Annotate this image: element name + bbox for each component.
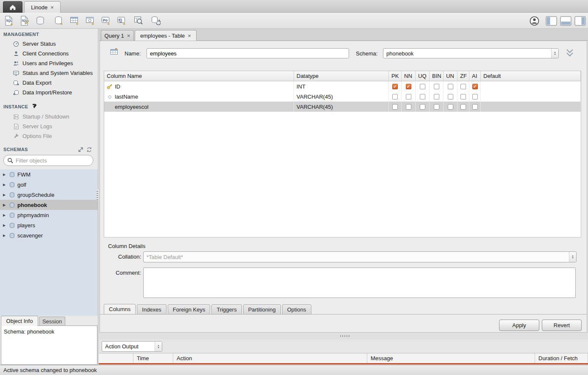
expander-icon[interactable]: ▶ bbox=[3, 173, 7, 176]
expander-icon[interactable]: ▶ bbox=[3, 213, 7, 217]
column-default[interactable] bbox=[481, 91, 581, 102]
column-datatype[interactable]: VARCHAR(45) bbox=[294, 102, 389, 112]
new-sql-script-icon[interactable]: SQL bbox=[18, 14, 31, 27]
header-un[interactable]: UN bbox=[444, 71, 458, 81]
schema-item-phonebook[interactable]: ▶ phonebook bbox=[0, 200, 98, 210]
collation-select[interactable]: *Table Default* ▴▾ bbox=[143, 251, 577, 262]
tab-foreign-keys[interactable]: Foreign Keys bbox=[168, 304, 211, 314]
checkbox-ai[interactable] bbox=[472, 94, 478, 99]
output-header-duration[interactable]: Duration / Fetch bbox=[535, 353, 588, 363]
stepper-icon[interactable]: ▴▾ bbox=[155, 342, 162, 351]
checkbox-nn[interactable] bbox=[406, 104, 411, 110]
schema-filter-input[interactable]: Filter objects bbox=[3, 155, 93, 166]
tab-close-icon[interactable]: × bbox=[127, 33, 130, 39]
schema-select[interactable]: phonebook ▴▾ bbox=[383, 48, 559, 58]
header-zf[interactable]: ZF bbox=[458, 71, 469, 81]
checkbox-bin[interactable] bbox=[434, 94, 439, 99]
sidebar-item-status-system-variables[interactable]: Status and System Variables bbox=[0, 68, 98, 78]
checkbox-uq[interactable] bbox=[420, 94, 425, 99]
connection-tab[interactable]: Linode × bbox=[24, 1, 61, 13]
apply-button[interactable]: Apply bbox=[499, 320, 539, 331]
expander-icon[interactable]: ▶ bbox=[3, 234, 7, 237]
revert-button[interactable]: Revert bbox=[542, 320, 582, 331]
create-view-icon[interactable]: + bbox=[84, 14, 97, 27]
home-tab[interactable] bbox=[3, 1, 22, 13]
sidebar-splitter[interactable] bbox=[97, 190, 98, 201]
output-view-select[interactable]: Action Output ▴▾ bbox=[102, 341, 162, 352]
header-nn[interactable]: NN bbox=[402, 71, 416, 81]
column-default[interactable] bbox=[481, 81, 581, 91]
tab-indexes[interactable]: Indexes bbox=[137, 304, 166, 314]
connection-status-icon[interactable] bbox=[528, 14, 541, 27]
header-default[interactable]: Default bbox=[481, 71, 581, 81]
table-name-input[interactable] bbox=[147, 48, 349, 58]
sidebar-item-startup-shutdown[interactable]: Startup / Shutdown bbox=[0, 112, 98, 121]
sidebar-item-client-connections[interactable]: Client Connections bbox=[0, 49, 98, 58]
checkbox-un[interactable] bbox=[448, 104, 453, 110]
expander-icon[interactable]: ▶ bbox=[3, 193, 7, 197]
column-row-employeescol[interactable]: employeescol VARCHAR(45) bbox=[104, 102, 581, 112]
header-column-name[interactable]: Column Name bbox=[104, 71, 294, 81]
expander-icon[interactable]: ▶ bbox=[3, 223, 7, 227]
header-pk[interactable]: PK bbox=[389, 71, 402, 81]
reconnect-dbms-icon[interactable] bbox=[149, 14, 162, 27]
output-header-message[interactable]: Message bbox=[367, 353, 535, 363]
expander-icon[interactable]: ▶ bbox=[3, 203, 7, 207]
output-header-time[interactable]: Time bbox=[133, 353, 173, 363]
checkbox-zf[interactable] bbox=[460, 94, 466, 99]
output-header-action[interactable]: Action bbox=[173, 353, 367, 363]
expander-icon[interactable]: ▶ bbox=[3, 183, 7, 187]
checkbox-un[interactable] bbox=[448, 84, 453, 89]
checkbox-nn[interactable] bbox=[406, 84, 411, 89]
checkbox-un[interactable] bbox=[448, 94, 453, 99]
header-ai[interactable]: AI bbox=[469, 71, 481, 81]
toggle-bottom-panel-icon[interactable] bbox=[559, 14, 572, 27]
checkbox-zf[interactable] bbox=[460, 84, 466, 89]
checkbox-bin[interactable] bbox=[434, 84, 439, 89]
column-row-lastname[interactable]: ◇ lastName VARCHAR(45) bbox=[104, 91, 581, 102]
checkbox-bin[interactable] bbox=[434, 104, 439, 110]
schema-item-players[interactable]: ▶ players bbox=[0, 220, 98, 230]
header-uq[interactable]: UQ bbox=[416, 71, 430, 81]
checkbox-uq[interactable] bbox=[420, 84, 425, 89]
tab-close-icon[interactable]: × bbox=[188, 33, 191, 39]
create-procedure-icon[interactable]: Po+ bbox=[100, 14, 112, 27]
new-query-tab-icon[interactable]: SQL+ bbox=[3, 14, 15, 27]
tab-object-info[interactable]: Object Info bbox=[1, 316, 38, 326]
sidebar-item-users-privileges[interactable]: Users and Privileges bbox=[0, 58, 98, 68]
sidebar-item-server-status[interactable]: Server Status bbox=[0, 39, 98, 49]
search-table-data-icon[interactable] bbox=[132, 14, 145, 27]
create-table-icon[interactable]: + bbox=[68, 14, 81, 27]
tab-triggers[interactable]: Triggers bbox=[211, 304, 241, 314]
checkbox-pk[interactable] bbox=[392, 104, 398, 110]
create-schema-icon[interactable]: + bbox=[53, 14, 65, 27]
refresh-schemas-icon[interactable] bbox=[86, 147, 92, 152]
tab-query-1[interactable]: Query 1 × bbox=[101, 30, 134, 41]
splitter-grip-icon[interactable] bbox=[340, 335, 349, 337]
header-datatype[interactable]: Datatype bbox=[294, 71, 389, 81]
open-sql-script-icon[interactable] bbox=[34, 14, 47, 27]
stepper-icon[interactable]: ▴▾ bbox=[569, 252, 576, 262]
schema-item-golf[interactable]: ▶ golf bbox=[0, 179, 98, 190]
checkbox-nn[interactable] bbox=[406, 94, 411, 99]
checkbox-pk[interactable] bbox=[392, 84, 398, 89]
header-bin[interactable]: BIN bbox=[430, 71, 444, 81]
schema-item-groupschedule[interactable]: ▶ groupSchedule bbox=[0, 190, 98, 200]
tab-columns[interactable]: Columns bbox=[104, 304, 136, 314]
schema-item-phpmyadmin[interactable]: ▶ phpmyadmin bbox=[0, 210, 98, 220]
comment-textarea[interactable] bbox=[143, 267, 576, 298]
checkbox-uq[interactable] bbox=[420, 104, 425, 110]
tab-options[interactable]: Options bbox=[282, 304, 311, 314]
sidebar-item-data-export[interactable]: Data Export bbox=[0, 78, 98, 88]
output-splitter[interactable] bbox=[99, 333, 588, 339]
sidebar-item-options-file[interactable]: Options File bbox=[0, 131, 98, 141]
schema-item-scavenger[interactable]: ▶ scavenger bbox=[0, 230, 98, 240]
tab-close-icon[interactable]: × bbox=[50, 5, 54, 10]
sidebar-item-server-logs[interactable]: Server Logs bbox=[0, 121, 98, 131]
checkbox-ai[interactable] bbox=[472, 84, 478, 89]
column-row-id[interactable]: ID INT bbox=[104, 81, 581, 91]
toggle-left-panel-icon[interactable] bbox=[545, 14, 557, 27]
schema-item-fwm[interactable]: ▶ FWM bbox=[0, 169, 98, 179]
toggle-right-panel-icon[interactable] bbox=[574, 14, 586, 27]
checkbox-pk[interactable] bbox=[392, 94, 398, 99]
